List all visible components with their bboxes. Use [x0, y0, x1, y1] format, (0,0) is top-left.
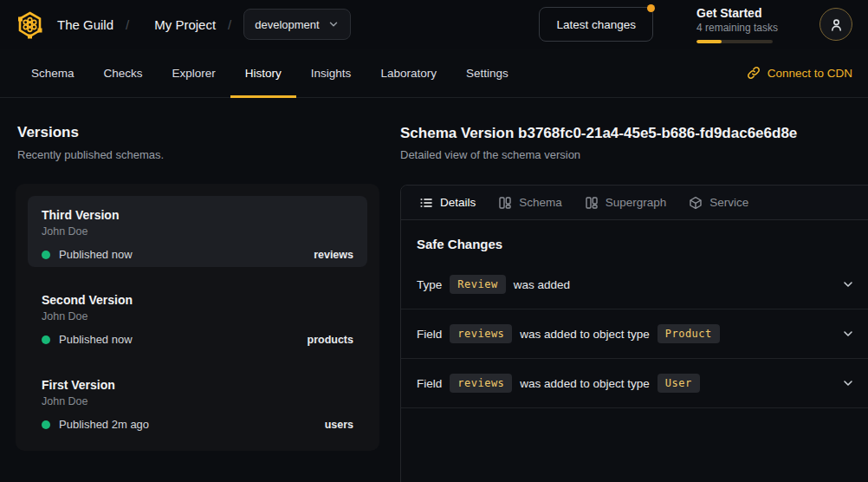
version-name: First Version — [42, 378, 353, 392]
tab-schema[interactable]: Schema — [16, 49, 89, 97]
published-status-dot — [42, 335, 50, 344]
change-badge: reviews — [450, 374, 512, 393]
change-description: was added to object type — [520, 328, 649, 341]
panels-icon — [498, 196, 512, 210]
tab-schema-view[interactable]: Schema — [487, 186, 573, 219]
latest-changes-label: Latest changes — [556, 18, 636, 31]
tab-details-label: Details — [440, 196, 476, 209]
chevron-down-icon[interactable] — [841, 376, 855, 390]
versions-panel-subtitle: Recently published schemas. — [17, 148, 164, 161]
change-badge: reviews — [450, 324, 512, 343]
cube-icon — [689, 196, 703, 210]
change-description: was added to object type — [520, 377, 649, 390]
change-prefix: Field — [417, 328, 442, 341]
version-name: Third Version — [42, 208, 353, 222]
safe-changes-heading: Safe Changes — [417, 237, 855, 251]
version-service: reviews — [314, 249, 353, 261]
top-bar: The Guild / My Project / development Lat… — [0, 0, 868, 49]
list-icon — [419, 196, 433, 210]
get-started-widget[interactable]: Get Started 4 remaining tasks — [696, 6, 776, 43]
schema-version-title: Schema Version b3768fc0-21a4-45e5-b686-f… — [400, 125, 797, 142]
get-started-title: Get Started — [696, 6, 776, 20]
tab-checks[interactable]: Checks — [89, 49, 158, 97]
user-icon — [829, 17, 844, 32]
chevron-down-icon[interactable] — [841, 277, 855, 291]
tab-explorer[interactable]: Explorer — [158, 49, 230, 97]
change-badge: Review — [450, 275, 505, 294]
version-service: users — [325, 419, 353, 431]
published-status-dot — [42, 251, 50, 259]
onboarding-progress — [696, 40, 773, 43]
version-status: Published 2m ago — [59, 418, 149, 431]
environment-select-value: development — [255, 18, 319, 31]
change-type-badge: User — [657, 374, 700, 393]
connect-to-cdn-label: Connect to CDN — [768, 67, 852, 80]
version-service: products — [308, 334, 353, 346]
schema-version-panel: Details Schema Supergraph Ser — [400, 185, 868, 482]
get-started-tasks: 4 remaining tasks — [696, 22, 776, 34]
version-author: John Doe — [42, 310, 353, 322]
change-type-badge: Product — [657, 324, 720, 343]
versions-panel-title: Versions — [17, 124, 79, 141]
schema-version-subtitle: Detailed view of the schema version — [400, 148, 580, 161]
tab-insights[interactable]: Insights — [296, 49, 366, 97]
version-list-item[interactable]: Third Version John Doe Published now rev… — [28, 196, 367, 267]
change-row[interactable]: Type Review was added — [401, 260, 868, 309]
breadcrumb-separator: / — [126, 17, 129, 32]
guild-logo-icon[interactable] — [16, 10, 44, 39]
link-icon — [747, 66, 761, 80]
published-status-dot — [42, 420, 50, 429]
tab-schema-view-label: Schema — [519, 196, 562, 209]
detail-tab-bar: Details Schema Supergraph Ser — [401, 186, 868, 220]
tab-service-label: Service — [709, 196, 748, 209]
version-list-item[interactable]: Second Version John Doe Published now pr… — [28, 281, 367, 352]
tab-supergraph[interactable]: Supergraph — [573, 186, 678, 219]
project-nav: Schema Checks Explorer History Insights … — [0, 49, 868, 98]
change-row[interactable]: Field reviews was added to object type U… — [401, 359, 868, 408]
version-list-item[interactable]: First Version John Doe Published 2m ago … — [28, 366, 367, 437]
onboarding-progress-fill — [696, 40, 722, 43]
breadcrumb-project[interactable]: My Project — [154, 17, 216, 32]
change-prefix: Field — [417, 377, 442, 390]
tab-service[interactable]: Service — [677, 186, 760, 219]
change-description: was added — [514, 278, 570, 291]
breadcrumb-org[interactable]: The Guild — [57, 17, 113, 32]
user-menu-button[interactable] — [819, 8, 852, 41]
version-name: Second Version — [42, 293, 353, 307]
chevron-down-icon — [327, 18, 340, 30]
tab-history[interactable]: History — [230, 49, 296, 97]
change-row[interactable]: Field reviews was added to object type P… — [401, 309, 868, 359]
versions-list: Third Version John Doe Published now rev… — [16, 184, 379, 451]
chevron-down-icon[interactable] — [841, 327, 855, 341]
tab-settings[interactable]: Settings — [451, 49, 523, 97]
tab-supergraph-label: Supergraph — [606, 196, 667, 209]
latest-changes-button[interactable]: Latest changes — [539, 7, 653, 42]
change-prefix: Type — [417, 278, 442, 291]
panels-icon — [585, 196, 599, 210]
tab-details[interactable]: Details — [408, 186, 487, 219]
version-author: John Doe — [42, 225, 353, 238]
version-status: Published now — [59, 333, 133, 346]
notification-dot — [647, 4, 655, 12]
environment-select[interactable]: development — [243, 9, 350, 40]
version-author: John Doe — [42, 395, 353, 407]
breadcrumb-separator: / — [228, 17, 231, 32]
version-status: Published now — [59, 248, 133, 261]
connect-to-cdn-link[interactable]: Connect to CDN — [747, 49, 852, 97]
tab-laboratory[interactable]: Laboratory — [366, 49, 451, 97]
